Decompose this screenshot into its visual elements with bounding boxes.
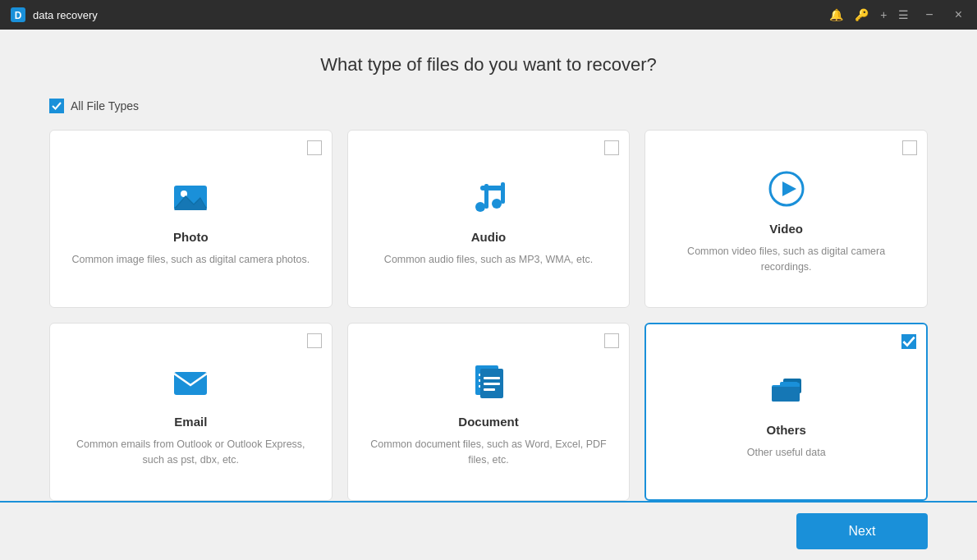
card-document-checkbox[interactable]	[604, 333, 619, 348]
plus-icon[interactable]: +	[880, 8, 887, 21]
svg-rect-21	[484, 388, 495, 391]
video-label: Video	[769, 222, 803, 236]
key-icon[interactable]: 🔑	[855, 8, 869, 21]
all-file-types-label: All File Types	[71, 99, 139, 112]
photo-icon	[167, 174, 213, 220]
email-desc: Common emails from Outlook or Outlook Ex…	[67, 437, 315, 468]
card-audio[interactable]: Audio Common audio files, such as MP3, W…	[347, 130, 631, 308]
photo-desc: Common image files, such as digital came…	[71, 252, 310, 268]
card-others-checkbox[interactable]	[901, 334, 916, 349]
file-type-grid: Photo Common image files, such as digita…	[49, 130, 928, 501]
card-photo[interactable]: Photo Common image files, such as digita…	[49, 130, 333, 308]
card-video-checkbox[interactable]	[902, 140, 917, 155]
card-document[interactable]: Document Common document files, such as …	[347, 323, 631, 501]
svg-point-6	[475, 202, 485, 212]
svg-marker-12	[782, 181, 796, 196]
next-button[interactable]: Next	[796, 513, 928, 549]
audio-icon	[466, 174, 511, 220]
svg-rect-20	[484, 383, 500, 385]
svg-rect-10	[480, 186, 505, 190]
page-title: What type of files do you want to recove…	[49, 54, 928, 76]
card-others[interactable]: Others Other useful data	[644, 323, 928, 501]
others-check-icon	[902, 335, 915, 348]
footer: Next	[0, 501, 977, 560]
card-email[interactable]: Email Common emails from Outlook or Outl…	[49, 323, 333, 501]
all-file-types-checkbox[interactable]	[49, 99, 64, 113]
card-email-checkbox[interactable]	[307, 333, 322, 348]
all-file-types-row[interactable]: All File Types	[49, 99, 928, 113]
svg-rect-19	[484, 377, 500, 379]
others-icon	[764, 367, 810, 413]
photo-label: Photo	[173, 230, 209, 244]
titlebar-controls: 🔔 🔑 + ☰ − ×	[829, 6, 967, 24]
app-logo: D data recovery	[10, 7, 98, 23]
close-button[interactable]: ×	[950, 6, 967, 24]
audio-label: Audio	[471, 230, 507, 244]
minimize-button[interactable]: −	[920, 6, 938, 24]
others-label: Others	[766, 423, 805, 437]
menu-icon[interactable]: ☰	[898, 8, 909, 21]
svg-rect-9	[501, 182, 505, 204]
svg-text:D: D	[15, 10, 22, 21]
main-content: What type of files do you want to recove…	[0, 30, 977, 501]
video-icon	[764, 166, 810, 212]
video-desc: Common video files, such as digital came…	[662, 244, 910, 275]
card-photo-checkbox[interactable]	[307, 140, 322, 155]
document-label: Document	[458, 415, 518, 429]
titlebar: D data recovery 🔔 🔑 + ☰ − ×	[0, 0, 977, 30]
app-logo-icon: D	[10, 7, 26, 23]
svg-rect-13	[174, 372, 207, 395]
others-desc: Other useful data	[747, 445, 826, 461]
email-icon	[167, 359, 213, 405]
document-icon	[466, 359, 511, 405]
email-label: Email	[174, 415, 207, 429]
audio-desc: Common audio files, such as MP3, WMA, et…	[384, 252, 593, 268]
app-title: data recovery	[33, 9, 98, 21]
card-audio-checkbox[interactable]	[604, 140, 619, 155]
notification-icon[interactable]: 🔔	[829, 8, 843, 21]
all-check-icon	[52, 101, 62, 111]
document-desc: Common document files, such as Word, Exc…	[365, 437, 613, 468]
svg-point-7	[492, 199, 502, 209]
card-video[interactable]: Video Common video files, such as digita…	[644, 130, 928, 308]
